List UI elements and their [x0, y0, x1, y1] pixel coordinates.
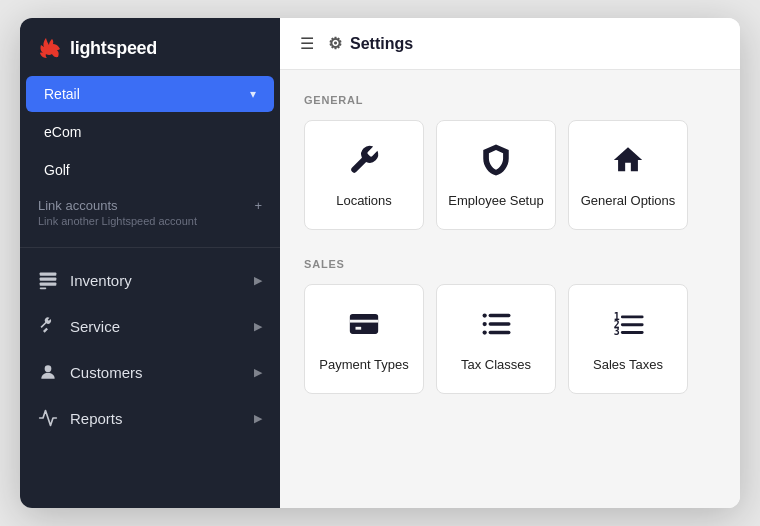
locations-label: Locations [336, 193, 392, 208]
general-options-card[interactable]: General Options [568, 120, 688, 230]
employee-setup-label: Employee Setup [448, 193, 543, 208]
locations-icon [347, 143, 381, 181]
link-accounts-sublabel: Link another Lightspeed account [38, 215, 262, 227]
sidebar-item-service[interactable]: Service ▶ [26, 304, 274, 348]
sales-taxes-label: Sales Taxes [593, 357, 663, 372]
payment-types-label: Payment Types [319, 357, 408, 372]
retail-chevron-icon: ▾ [250, 87, 256, 101]
sidebar-item-ecom[interactable]: eCom [26, 114, 274, 150]
link-accounts-plus-icon: + [254, 198, 262, 213]
sales-card-grid: Payment Types Tax Classes 1 [304, 284, 716, 394]
general-section: GENERAL Locations Employee Set [304, 94, 716, 230]
svg-point-4 [45, 365, 52, 372]
customers-chevron-icon: ▶ [254, 366, 262, 379]
svg-rect-5 [350, 314, 378, 334]
sales-section-label: SALES [304, 258, 716, 270]
page-title: Settings [350, 35, 413, 53]
sidebar-item-retail[interactable]: Retail ▾ [26, 76, 274, 112]
svg-point-13 [483, 330, 487, 334]
sidebar-divider [20, 247, 280, 248]
inventory-chevron-icon: ▶ [254, 274, 262, 287]
hamburger-icon[interactable]: ☰ [300, 34, 314, 53]
svg-rect-1 [40, 278, 57, 281]
retail-label: Retail [44, 86, 80, 102]
tax-classes-label: Tax Classes [461, 357, 531, 372]
settings-gear-icon: ⚙ [328, 34, 342, 53]
general-options-icon [611, 143, 645, 181]
service-label: Service [70, 318, 120, 335]
employee-setup-icon [479, 143, 513, 181]
sidebar: lightspeed Retail ▾ eCom Golf Link accou… [20, 18, 280, 508]
payment-types-card[interactable]: Payment Types [304, 284, 424, 394]
nav-section: Inventory ▶ Service ▶ [20, 258, 280, 508]
sidebar-item-golf[interactable]: Golf [26, 152, 274, 188]
general-card-grid: Locations Employee Setup Gen [304, 120, 716, 230]
sidebar-item-reports[interactable]: Reports ▶ [26, 396, 274, 440]
link-accounts[interactable]: Link accounts + Link another Lightspeed … [20, 190, 280, 231]
sales-taxes-icon: 1 2 3 [611, 307, 645, 345]
service-icon [38, 316, 58, 336]
topbar: ☰ ⚙ Settings [280, 18, 740, 70]
sales-section: SALES Payment Types Tax Classe [304, 258, 716, 394]
svg-text:3: 3 [614, 326, 620, 337]
reports-label: Reports [70, 410, 123, 427]
general-section-label: GENERAL [304, 94, 716, 106]
account-section: Retail ▾ eCom Golf Link accounts + Link … [20, 74, 280, 237]
svg-rect-0 [40, 273, 57, 276]
link-accounts-top: Link accounts + [38, 198, 262, 213]
payment-types-icon [347, 307, 381, 345]
tax-classes-card[interactable]: Tax Classes [436, 284, 556, 394]
svg-point-12 [483, 321, 487, 325]
customers-icon [38, 362, 58, 382]
locations-card[interactable]: Locations [304, 120, 424, 230]
sales-taxes-card[interactable]: 1 2 3 Sales Taxes [568, 284, 688, 394]
main-content: ☰ ⚙ Settings GENERAL Locations [280, 18, 740, 508]
ecom-label: eCom [44, 124, 81, 140]
employee-setup-card[interactable]: Employee Setup [436, 120, 556, 230]
reports-icon [38, 408, 58, 428]
service-chevron-icon: ▶ [254, 320, 262, 333]
svg-rect-3 [40, 288, 47, 290]
customers-label: Customers [70, 364, 143, 381]
tax-classes-icon [479, 307, 513, 345]
sidebar-item-inventory[interactable]: Inventory ▶ [26, 258, 274, 302]
svg-rect-2 [40, 283, 57, 286]
link-accounts-label: Link accounts [38, 198, 118, 213]
logo-icon [38, 36, 62, 60]
inventory-label: Inventory [70, 272, 132, 289]
logo-text: lightspeed [70, 38, 157, 59]
general-options-label: General Options [581, 193, 676, 208]
app-window: lightspeed Retail ▾ eCom Golf Link accou… [20, 18, 740, 508]
sidebar-item-customers[interactable]: Customers ▶ [26, 350, 274, 394]
svg-point-11 [483, 313, 487, 317]
settings-content: GENERAL Locations Employee Set [280, 70, 740, 446]
reports-chevron-icon: ▶ [254, 412, 262, 425]
inventory-icon [38, 270, 58, 290]
topbar-title: ⚙ Settings [328, 34, 413, 53]
golf-label: Golf [44, 162, 70, 178]
logo: lightspeed [20, 18, 280, 74]
